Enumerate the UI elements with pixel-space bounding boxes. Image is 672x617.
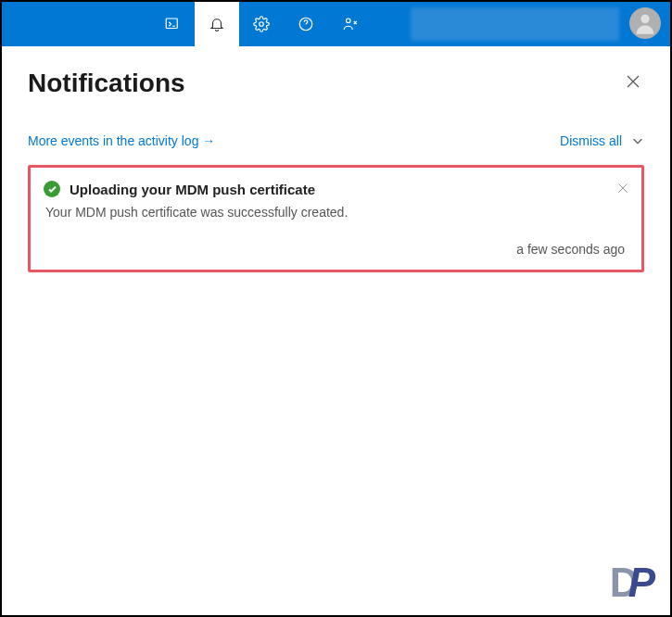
top-header bbox=[2, 2, 670, 46]
settings-icon[interactable] bbox=[239, 2, 284, 46]
svg-point-4 bbox=[640, 15, 649, 23]
feedback-icon[interactable] bbox=[328, 2, 373, 46]
watermark-logo: DP bbox=[610, 560, 655, 606]
svg-point-1 bbox=[260, 22, 264, 27]
chevron-down-icon bbox=[631, 134, 644, 147]
notification-body: Your MDM push certificate was successful… bbox=[45, 205, 625, 220]
page-title: Notifications bbox=[28, 69, 185, 98]
notifications-icon[interactable] bbox=[195, 2, 239, 46]
dismiss-all-label: Dismiss all bbox=[560, 133, 622, 148]
notification-timestamp: a few seconds ago bbox=[44, 242, 625, 257]
help-icon[interactable] bbox=[284, 2, 328, 46]
notifications-panel: Notifications More events in the activit… bbox=[2, 46, 670, 295]
close-panel-button[interactable] bbox=[622, 70, 644, 96]
svg-point-3 bbox=[347, 19, 351, 23]
success-check-icon bbox=[44, 181, 60, 197]
svg-rect-0 bbox=[166, 19, 177, 29]
avatar[interactable] bbox=[629, 7, 661, 39]
dismiss-notification-button[interactable] bbox=[617, 181, 628, 197]
notification-header: Uploading your MDM push certificate bbox=[44, 181, 625, 197]
dismiss-all-button[interactable]: Dismiss all bbox=[560, 133, 644, 148]
actions-row: More events in the activity log → Dismis… bbox=[28, 133, 644, 148]
activity-log-link[interactable]: More events in the activity log → bbox=[28, 133, 215, 148]
cloud-shell-icon[interactable] bbox=[150, 2, 195, 46]
account-info-redacted bbox=[411, 7, 619, 41]
panel-header: Notifications bbox=[28, 69, 644, 98]
notification-card: Uploading your MDM push certificate Your… bbox=[28, 165, 644, 272]
notification-title: Uploading your MDM push certificate bbox=[70, 182, 315, 197]
